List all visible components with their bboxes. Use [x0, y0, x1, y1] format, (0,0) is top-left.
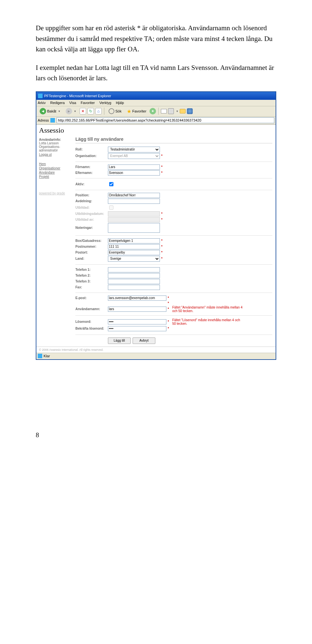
separator — [104, 108, 104, 115]
refresh-icon[interactable]: ↻ — [87, 108, 94, 114]
label-land: Land: — [75, 257, 108, 260]
select-roll[interactable]: Testadministratör — [108, 147, 160, 152]
input-box[interactable] — [108, 238, 160, 243]
note-pass: Fältet "Lösenord" måste innehålla mellan… — [172, 318, 244, 325]
add-button[interactable]: Lägg till — [108, 337, 131, 344]
menu-visa[interactable]: Visa — [69, 101, 76, 105]
nav-organisationer[interactable]: Organisationer — [39, 166, 75, 170]
page-icon — [50, 118, 55, 123]
label-efternamn: Efternamn: — [75, 171, 108, 175]
menu-favoriter[interactable]: Favoriter — [81, 101, 95, 105]
label-user: Användarnamn: — [75, 307, 108, 311]
input-efternamn[interactable] — [108, 170, 160, 176]
input-position[interactable] — [108, 193, 160, 198]
required-marker: * — [161, 251, 162, 254]
checkbox-utbildad — [109, 205, 113, 210]
label-org: Organisation: — [75, 154, 108, 158]
input-pass2[interactable] — [108, 326, 166, 331]
userinfo-name: Lotta Larsson — [39, 141, 75, 145]
nav-projekt[interactable]: Projekt — [39, 175, 75, 178]
address-label: Adress — [38, 118, 49, 122]
chevron-down-icon: ▼ — [74, 110, 76, 113]
forward-button[interactable]: ► ▼ — [64, 107, 78, 115]
label-tel3: Telefon 3: — [75, 280, 108, 283]
select-org[interactable]: Exempel AB — [108, 153, 160, 159]
messenger-icon[interactable] — [187, 108, 193, 114]
input-postnr[interactable] — [108, 244, 160, 249]
search-icon — [109, 108, 114, 114]
nav-hem[interactable]: Hem — [39, 162, 75, 166]
address-input[interactable] — [57, 117, 274, 123]
label-tel2: Telefon 2: — [75, 274, 108, 277]
label-avdelning: Avdelning: — [75, 199, 108, 203]
divider — [75, 178, 272, 178]
label-fax: Fax: — [75, 285, 108, 289]
menu-redigera[interactable]: Redigera — [50, 101, 65, 105]
input-fax[interactable] — [108, 285, 160, 290]
back-button[interactable]: ◄ Bakåt ▼ — [38, 107, 62, 115]
menu-verktyg[interactable]: Verktyg — [99, 101, 111, 105]
nav-anvandare[interactable]: Användare — [39, 171, 75, 174]
label-noteringar: Noteringar: — [75, 226, 108, 230]
input-tel3[interactable] — [108, 279, 160, 284]
doc-paragraph-2: I exemplet nedan har Lotta lagt till en … — [36, 62, 276, 84]
label-utbildad: Utbildad: — [75, 206, 108, 209]
search-button[interactable]: Sök — [107, 108, 124, 115]
required-marker: * — [168, 307, 169, 311]
input-pass[interactable] — [108, 319, 166, 324]
home-icon[interactable]: ⌂ — [95, 108, 102, 114]
chevron-down-icon: ▼ — [176, 110, 178, 113]
label-pass: Lösenord: — [75, 320, 108, 323]
powered-by: powered by grade — [39, 191, 75, 195]
back-label: Bakåt — [47, 109, 56, 113]
favorites-button[interactable]: ★ Favoriter — [125, 108, 148, 115]
input-fornamn[interactable] — [108, 164, 160, 170]
ie-menu-bar: Arkiv Redigera Visa Favoriter Verktyg Hj… — [36, 100, 276, 106]
required-marker: * — [168, 301, 169, 305]
logout-link[interactable]: Logga ut — [39, 153, 75, 156]
input-tel2[interactable] — [108, 273, 160, 278]
menu-hjalp[interactable]: Hjälp — [116, 101, 124, 105]
favorites-label: Favoriter — [132, 109, 146, 113]
textarea-noteringar[interactable] — [108, 223, 160, 233]
print-icon[interactable] — [168, 108, 174, 114]
mail-icon[interactable] — [161, 109, 167, 113]
divider — [75, 264, 272, 265]
label-tel1: Telefon 1: — [75, 268, 108, 271]
star-icon: ★ — [127, 108, 131, 114]
chevron-down-icon: ▼ — [58, 110, 60, 113]
app-footer: © 2006 Assessio International. All right… — [36, 347, 276, 353]
button-row: Lägg till Avbryt — [75, 335, 272, 344]
divider — [75, 235, 272, 236]
page-icon — [38, 354, 42, 358]
folder-icon[interactable] — [180, 109, 186, 113]
required-marker: * — [161, 212, 162, 216]
select-land[interactable]: Sverige — [108, 256, 160, 262]
label-aktiv: Aktiv: — [75, 182, 108, 186]
input-tel1[interactable] — [108, 267, 160, 272]
ie-status-bar: Klar — [36, 353, 276, 359]
input-user[interactable] — [108, 307, 166, 312]
label-postort: Postort: — [75, 251, 108, 254]
input-utbdatum — [108, 211, 160, 217]
input-avdelning[interactable] — [108, 199, 160, 204]
userinfo-role: Organisations-administratör — [39, 145, 75, 152]
required-marker: * — [161, 171, 162, 175]
checkbox-aktiv[interactable] — [109, 182, 113, 186]
menu-arkiv[interactable]: Arkiv — [38, 101, 46, 105]
ie-icon — [38, 94, 43, 98]
note-user: Fältet "Användarnamn" måste innehålla me… — [172, 306, 244, 313]
input-epost[interactable] — [108, 296, 166, 301]
status-text: Klar — [44, 354, 50, 358]
label-fornamn: Förnamn: — [75, 165, 108, 169]
cancel-button[interactable]: Avbryt — [133, 337, 155, 344]
required-marker: * — [161, 218, 162, 221]
stop-icon[interactable]: ✕ — [80, 108, 86, 114]
label-box: Box/Gatuadress: — [75, 239, 108, 243]
label-utbdatum: Utbildningsdatum: — [75, 212, 108, 216]
back-icon: ◄ — [40, 108, 46, 114]
input-postort[interactable] — [108, 250, 160, 255]
label-roll: Roll: — [75, 148, 108, 151]
history-icon[interactable]: ✦ — [150, 108, 156, 114]
ie-title-bar: PFTestengine - Microsoft Internet Explor… — [36, 92, 276, 100]
